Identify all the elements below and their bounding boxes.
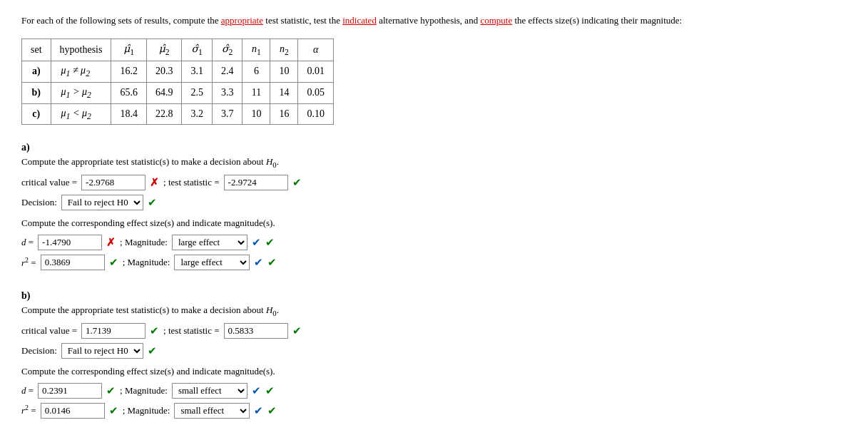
row-a-n2: 10	[270, 61, 298, 82]
row-a-s2: 2.4	[212, 61, 242, 82]
section-a: a) Compute the appropriate test statisti…	[21, 142, 847, 270]
row-c-alpha: 0.10	[298, 103, 334, 125]
row-c-mu1: 18.4	[111, 103, 147, 125]
section-b-desc1: Compute the appropriate test statistic(s…	[21, 304, 847, 317]
row-b-set: b)	[22, 82, 51, 103]
section-b-desc2: Compute the corresponding effect size(s)…	[21, 366, 847, 377]
section-a-r2-row: r2 = ✔ ; Magnitude: small effect medium …	[21, 255, 847, 270]
section-a-test-stat-input[interactable]	[224, 175, 288, 190]
table-row: b) μ1 > μ2 65.6 64.9 2.5 3.3 11 14 0.05	[22, 82, 334, 103]
section-b-d-check-icon2: ✔	[265, 384, 275, 397]
section-b: b) Compute the appropriate test statisti…	[21, 290, 847, 419]
section-a-decision-select[interactable]: Fail to reject H0 Reject H0	[61, 195, 143, 210]
section-a-r2-input[interactable]	[41, 255, 105, 270]
row-b-mu2: 64.9	[146, 82, 182, 103]
section-a-r2-check-icon2: ✔	[267, 256, 277, 269]
section-b-r2-magnitude-check-icon: ✔	[254, 404, 263, 417]
row-a-n1: 6	[242, 61, 270, 82]
section-b-r2-magnitude-label: ; Magnitude:	[123, 405, 170, 416]
row-a-alpha: 0.01	[298, 61, 334, 82]
row-a-set: a)	[22, 61, 51, 82]
section-b-decision-check-icon: ✔	[148, 344, 157, 357]
section-b-r2-check-icon: ✔	[109, 404, 118, 417]
col-header-n1: n1	[242, 39, 270, 61]
section-b-critical-label: critical value =	[21, 325, 77, 337]
col-header-n2: n2	[270, 39, 298, 61]
row-b-s2: 3.3	[212, 82, 242, 103]
section-b-label: b)	[21, 290, 847, 302]
section-b-d-magnitude-check-icon: ✔	[252, 384, 261, 397]
section-a-test-stat-check-icon: ✔	[292, 176, 302, 189]
row-b-s1: 2.5	[182, 82, 213, 103]
section-a-d-check-icon: ✔	[265, 236, 275, 249]
row-a-s1: 3.1	[182, 61, 213, 82]
section-a-desc1: Compute the appropriate test statistic(s…	[21, 156, 847, 169]
section-b-r2-magnitude-select[interactable]: small effect medium effect large effect	[174, 403, 250, 419]
section-b-d-input[interactable]	[38, 383, 102, 399]
section-a-decision-row: Decision: Fail to reject H0 Reject H0 ✔	[21, 195, 847, 210]
section-a-critical-x-icon: ✗	[150, 176, 159, 189]
section-b-r2-row: r2 = ✔ ; Magnitude: small effect medium …	[21, 403, 847, 419]
section-b-test-stat-check-icon: ✔	[292, 324, 302, 337]
col-header-sigma2: σ̂2	[212, 39, 242, 61]
highlight-indicated: indicated	[342, 15, 377, 26]
row-c-n1: 10	[242, 103, 270, 125]
table-row: a) μ1 ≠ μ2 16.2 20.3 3.1 2.4 6 10 0.01	[22, 61, 334, 82]
row-c-s1: 3.2	[182, 103, 213, 125]
section-a-test-stat-label: ; test statistic =	[163, 177, 219, 188]
section-a-d-magnitude-label: ; Magnitude:	[120, 237, 168, 248]
row-c-set: c)	[22, 103, 51, 125]
row-a-mu1: 16.2	[111, 61, 147, 82]
section-a-r2-magnitude-select[interactable]: small effect medium effect large effect	[174, 255, 250, 270]
intro-text: For each of the following sets of result…	[21, 14, 847, 27]
section-a-decision-label: Decision:	[21, 197, 57, 208]
col-header-hypothesis: hypothesis	[51, 39, 111, 61]
row-c-mu2: 22.8	[146, 103, 182, 125]
section-b-test-stat-input[interactable]	[224, 323, 288, 339]
section-b-decision-select[interactable]: Fail to reject H0 Reject H0	[61, 343, 143, 359]
section-b-critical-input[interactable]	[81, 323, 145, 339]
section-a-d-input[interactable]	[38, 235, 102, 250]
row-a-mu2: 20.3	[146, 61, 182, 82]
section-b-critical-row: critical value = ✔ ; test statistic = ✔	[21, 323, 847, 339]
row-c-hyp: μ1 < μ2	[51, 103, 111, 125]
section-a-d-x-icon: ✗	[106, 236, 116, 249]
section-a-r2-magnitude-label: ; Magnitude:	[123, 257, 170, 268]
section-a-critical-row: critical value = ✗ ; test statistic = ✔	[21, 175, 847, 190]
col-header-mu2: μ̂2	[146, 39, 182, 61]
section-b-d-row: d = ✔ ; Magnitude: small effect medium e…	[21, 383, 847, 399]
row-b-hyp: μ1 > μ2	[51, 82, 111, 103]
row-a-hyp: μ1 ≠ μ2	[51, 61, 111, 82]
section-b-decision-label: Decision:	[21, 345, 57, 357]
data-table: set hypothesis μ̂1 μ̂2 σ̂1 σ̂2 n1 n2 α a…	[21, 39, 334, 125]
row-b-mu1: 65.6	[111, 82, 147, 103]
section-a-r2-magnitude-check-icon: ✔	[254, 256, 263, 269]
section-b-d-magnitude-label: ; Magnitude:	[120, 385, 168, 396]
section-b-d-check-icon: ✔	[106, 384, 116, 397]
table-row: c) μ1 < μ2 18.4 22.8 3.2 3.7 10 16 0.10	[22, 103, 334, 125]
highlight-appropriate: appropriate	[221, 15, 263, 26]
section-b-test-stat-label: ; test statistic =	[163, 325, 219, 337]
section-a-desc2: Compute the corresponding effect size(s)…	[21, 217, 847, 229]
section-a-r2-check-icon: ✔	[109, 256, 118, 269]
section-a-d-magnitude-check-icon: ✔	[252, 236, 261, 249]
section-a-critical-input[interactable]	[81, 175, 145, 190]
section-a-critical-label: critical value =	[21, 177, 77, 188]
section-b-r2-check-icon2: ✔	[267, 404, 277, 417]
section-b-d-label: d =	[21, 385, 34, 396]
section-a-d-magnitude-select[interactable]: small effect medium effect large effect	[172, 235, 247, 250]
section-b-critical-check-icon: ✔	[150, 324, 159, 337]
section-b-d-magnitude-select[interactable]: small effect medium effect large effect	[172, 383, 247, 399]
highlight-compute: compute	[480, 15, 512, 26]
section-a-label: a)	[21, 142, 847, 153]
col-header-alpha: α	[298, 39, 334, 61]
section-a-d-row: d = ✗ ; Magnitude: small effect medium e…	[21, 235, 847, 250]
section-b-r2-label: r2 =	[21, 404, 36, 416]
row-b-n1: 11	[242, 82, 270, 103]
section-a-d-label: d =	[21, 237, 34, 248]
section-a-r2-label: r2 =	[21, 256, 36, 269]
row-c-n2: 16	[270, 103, 298, 125]
col-header-sigma1: σ̂1	[182, 39, 213, 61]
section-b-r2-input[interactable]	[41, 403, 105, 419]
section-b-decision-row: Decision: Fail to reject H0 Reject H0 ✔	[21, 343, 847, 359]
